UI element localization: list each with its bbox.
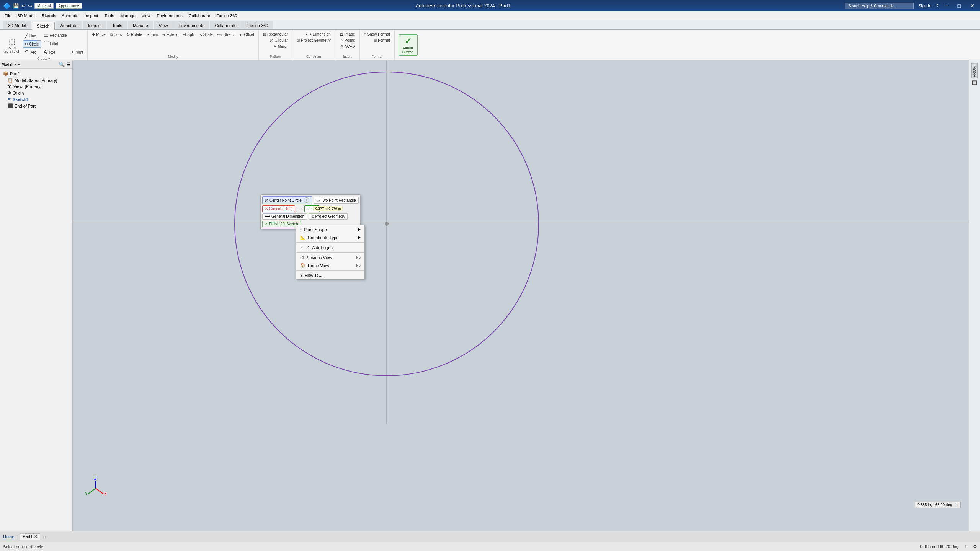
btn-offset[interactable]: ⊏ Offset — [238, 32, 256, 37]
browser-model-tab[interactable]: Model — [2, 62, 13, 67]
tree-item-model-states[interactable]: 📋 Model States:[Primary] — [0, 77, 72, 83]
tree-item-part1[interactable]: 📦 Part1 — [0, 70, 72, 77]
sign-in-btn[interactable]: Sign In — [918, 3, 931, 8]
ctx-item-how-to[interactable]: ? How To... — [296, 271, 364, 279]
btn-line[interactable]: ╱Line — [23, 32, 41, 40]
browser-menu-btn[interactable]: ☰ — [66, 62, 71, 67]
btn-split[interactable]: ⊣ Split — [181, 32, 196, 37]
home-nav-btn[interactable]: Home — [3, 535, 14, 539]
search-help-input[interactable]: Search Help & Commands... — [845, 3, 914, 9]
tree-item-sketch1[interactable]: ✏ Sketch1 — [0, 96, 72, 103]
btn-text[interactable]: AText — [42, 48, 69, 56]
quick-access-redo[interactable]: ↪ — [28, 3, 32, 9]
close-btn[interactable]: ✕ — [968, 2, 977, 10]
btn-fillet[interactable]: ⌒Fillet — [42, 39, 69, 48]
quick-access-save[interactable]: 💾 — [13, 3, 19, 9]
menu-fusion360[interactable]: Fusion 360 — [213, 13, 240, 19]
canvas-area[interactable]: FRONT 🔲 ◎ Center Point Circle i ▭ Two Po… — [73, 60, 980, 531]
btn-copy[interactable]: ⧉ Copy — [108, 31, 124, 37]
material-selector[interactable]: Material — [34, 3, 54, 9]
ribbon: ⬚ Start2D Sketch ╱Line ○Circle ◠Arc ▭Rec… — [0, 30, 980, 60]
btn-stretch[interactable]: ⟺ Stretch — [215, 32, 238, 37]
tab-collaborate[interactable]: Collaborate — [210, 21, 242, 29]
status-settings-icon[interactable]: ⚙ — [973, 544, 977, 549]
minimize-btn[interactable]: − — [943, 2, 951, 10]
origin-icon: ⊕ — [8, 90, 11, 95]
btn-cancel[interactable]: ✕ Cancel (ESC) — [262, 205, 295, 212]
browser-close-tab[interactable]: × — [14, 62, 16, 67]
tab-manage[interactable]: Manage — [128, 21, 153, 29]
quick-access-undo[interactable]: ↩ — [21, 3, 26, 9]
btn-mirror[interactable]: ⫩ Mirror — [271, 44, 290, 49]
ctx-item-autoproject[interactable]: ✓ AutoProject — [296, 243, 364, 251]
menu-tools[interactable]: Tools — [101, 13, 117, 19]
btn-scale[interactable]: ⤡ Scale — [197, 32, 215, 37]
part1-tab-btn[interactable]: Part1 ✕ — [20, 533, 40, 540]
btn-show-format[interactable]: ≡ Show Format — [362, 31, 392, 37]
btn-start-2d-sketch[interactable]: ⬚ Start2D Sketch — [2, 36, 22, 56]
browser-search-btn[interactable]: 🔍 — [59, 62, 65, 67]
menu-view[interactable]: View — [139, 13, 154, 19]
btn-circle[interactable]: ○Circle — [23, 40, 41, 48]
btn-trim[interactable]: ✂ Trim — [145, 32, 160, 37]
tab-fusion360[interactable]: Fusion 360 — [242, 21, 273, 29]
svg-text:X: X — [104, 492, 107, 496]
btn-arc[interactable]: ◠Arc — [23, 48, 41, 56]
ctx-item-previous-view[interactable]: ◁ Previous View F5 — [296, 253, 364, 261]
menu-file[interactable]: File — [2, 13, 15, 19]
end-of-part-icon: ⬛ — [8, 103, 13, 108]
btn-circular[interactable]: ◎ Circular — [268, 37, 289, 43]
btn-format[interactable]: ⊟ Format — [372, 37, 392, 43]
btn-finish-sketch[interactable]: ✓ Finish Sketch — [399, 34, 418, 56]
btn-dimension[interactable]: ⟷ Dimension — [304, 31, 332, 37]
group-label-pattern: Pattern — [261, 54, 290, 59]
two-point-rect-icon: ▭ — [316, 198, 320, 202]
appearance-selector[interactable]: Appearance — [56, 3, 82, 9]
tree-item-view[interactable]: 👁 View: [Primary] — [0, 83, 72, 90]
tab-view[interactable]: View — [154, 21, 173, 29]
menu-manage[interactable]: Manage — [117, 13, 139, 19]
ctx-item-coordinate-type[interactable]: 📐 Coordinate Type ▶ — [296, 233, 364, 241]
title-bar: 🔷 💾 ↩ ↪ Material Appearance Autodesk Inv… — [0, 0, 980, 11]
ok-icon: ✓ — [307, 207, 310, 211]
tab-environments[interactable]: Environments — [173, 21, 209, 29]
tree-item-end-of-part[interactable]: ⬛ End of Part — [0, 103, 72, 109]
menu-collaborate[interactable]: Collaborate — [186, 13, 213, 19]
tab-inspect[interactable]: Inspect — [83, 21, 106, 29]
btn-project-geometry-float[interactable]: ⊡ Project Geometry 0.377 in 0.079 in — [309, 213, 348, 220]
btn-finish-2d-sketch[interactable]: ✓ Finish 2D Sketch — [262, 221, 301, 227]
btn-image[interactable]: 🖼 Image — [338, 31, 357, 37]
btn-rotate[interactable]: ↻ Rotate — [125, 32, 144, 37]
tab-annotate[interactable]: Annotate — [56, 21, 82, 29]
btn-project-geometry[interactable]: ⊡ Project Geometry — [295, 37, 333, 43]
tree-item-origin[interactable]: ⊕ Origin — [0, 90, 72, 96]
tab-sketch[interactable]: Sketch — [32, 22, 55, 30]
btn-general-dimension-float[interactable]: ⟷ General Dimension — [262, 213, 307, 220]
ctx-item-point-shape[interactable]: • Point Shape ▶ — [296, 225, 364, 233]
ctx-item-home-view[interactable]: 🏠 Home View F6 — [296, 261, 364, 269]
view-cube-btn[interactable]: 🔲 — [972, 80, 977, 85]
view-icon: 👁 — [8, 84, 12, 89]
btn-extend[interactable]: ⇥ Extend — [160, 32, 180, 37]
btn-points[interactable]: ⁘ Points — [338, 37, 357, 43]
maximize-btn[interactable]: □ — [956, 2, 963, 10]
add-tab-btn[interactable]: + — [42, 535, 48, 539]
btn-two-point-rectangle[interactable]: ▭ Two Point Rectangle — [314, 197, 359, 204]
tab-tools[interactable]: Tools — [107, 21, 127, 29]
btn-rectangle[interactable]: ▭Rectangle — [42, 31, 69, 39]
menu-annotate[interactable]: Annotate — [59, 13, 82, 19]
tab-3dmodel[interactable]: 3D Model — [3, 21, 31, 29]
btn-acad[interactable]: A ACAD — [339, 44, 357, 49]
help-icon[interactable]: ? — [936, 3, 938, 8]
btn-point[interactable]: •Point — [70, 48, 85, 56]
btn-center-point-circle[interactable]: ◎ Center Point Circle i — [262, 196, 312, 204]
btn-rectangular[interactable]: ⊞ Rectangular — [261, 31, 290, 37]
btn-move[interactable]: ✥ Move — [90, 32, 107, 37]
menu-inspect[interactable]: Inspect — [82, 13, 101, 19]
title-bar-left: 🔷 💾 ↩ ↪ Material Appearance — [3, 2, 82, 10]
menu-3dmodel[interactable]: 3D Model — [15, 13, 39, 19]
menu-environments[interactable]: Environments — [154, 13, 186, 19]
browser-add-tab[interactable]: + — [18, 62, 20, 67]
menu-sketch[interactable]: Sketch — [39, 13, 59, 19]
info-icon[interactable]: i — [304, 197, 309, 203]
